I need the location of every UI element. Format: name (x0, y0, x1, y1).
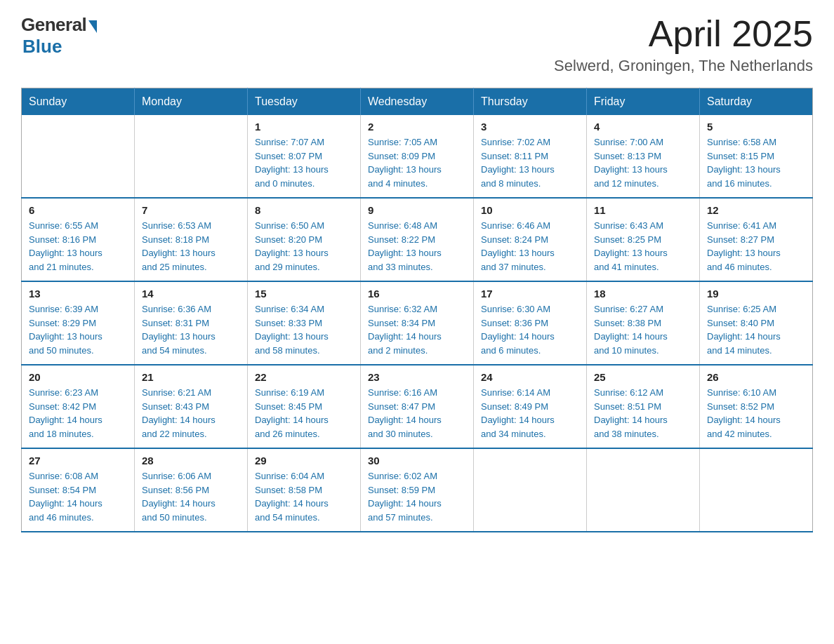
page-header: General Blue April 2025 Selwerd, Groning… (21, 14, 813, 75)
day-number: 10 (481, 204, 579, 216)
calendar-cell: 21Sunrise: 6:21 AM Sunset: 8:43 PM Dayli… (135, 365, 248, 448)
day-number: 15 (255, 288, 353, 300)
day-info: Sunrise: 6:23 AM Sunset: 8:42 PM Dayligh… (29, 386, 127, 441)
day-number: 12 (707, 204, 805, 216)
calendar-cell: 9Sunrise: 6:48 AM Sunset: 8:22 PM Daylig… (361, 198, 474, 281)
logo-arrow-icon (88, 20, 97, 33)
calendar-cell: 13Sunrise: 6:39 AM Sunset: 8:29 PM Dayli… (22, 281, 135, 365)
day-info: Sunrise: 6:14 AM Sunset: 8:49 PM Dayligh… (481, 386, 579, 441)
day-number: 6 (29, 204, 127, 216)
day-number: 28 (142, 455, 240, 467)
calendar-cell: 10Sunrise: 6:46 AM Sunset: 8:24 PM Dayli… (474, 198, 587, 281)
day-info: Sunrise: 6:27 AM Sunset: 8:38 PM Dayligh… (594, 302, 692, 357)
calendar-cell: 6Sunrise: 6:55 AM Sunset: 8:16 PM Daylig… (22, 198, 135, 281)
day-number: 2 (368, 121, 466, 133)
calendar-cell (22, 115, 135, 198)
calendar-cell (700, 448, 813, 532)
calendar-cell: 2Sunrise: 7:05 AM Sunset: 8:09 PM Daylig… (361, 115, 474, 198)
calendar-week-row: 6Sunrise: 6:55 AM Sunset: 8:16 PM Daylig… (22, 198, 813, 281)
day-info: Sunrise: 6:58 AM Sunset: 8:15 PM Dayligh… (707, 135, 805, 190)
day-info: Sunrise: 6:30 AM Sunset: 8:36 PM Dayligh… (481, 302, 579, 357)
calendar-cell: 16Sunrise: 6:32 AM Sunset: 8:34 PM Dayli… (361, 281, 474, 365)
calendar-cell: 23Sunrise: 6:16 AM Sunset: 8:47 PM Dayli… (361, 365, 474, 448)
calendar-cell (474, 448, 587, 532)
calendar-week-row: 13Sunrise: 6:39 AM Sunset: 8:29 PM Dayli… (22, 281, 813, 365)
calendar-cell: 12Sunrise: 6:41 AM Sunset: 8:27 PM Dayli… (700, 198, 813, 281)
day-number: 22 (255, 371, 353, 383)
day-number: 7 (142, 204, 240, 216)
day-number: 26 (707, 371, 805, 383)
day-number: 9 (368, 204, 466, 216)
day-info: Sunrise: 7:07 AM Sunset: 8:07 PM Dayligh… (255, 135, 353, 190)
day-number: 11 (594, 204, 692, 216)
day-info: Sunrise: 6:43 AM Sunset: 8:25 PM Dayligh… (594, 219, 692, 274)
day-number: 19 (707, 288, 805, 300)
day-info: Sunrise: 6:06 AM Sunset: 8:56 PM Dayligh… (142, 469, 240, 524)
day-number: 13 (29, 288, 127, 300)
day-info: Sunrise: 6:21 AM Sunset: 8:43 PM Dayligh… (142, 386, 240, 441)
day-info: Sunrise: 6:39 AM Sunset: 8:29 PM Dayligh… (29, 302, 127, 357)
calendar-cell: 15Sunrise: 6:34 AM Sunset: 8:33 PM Dayli… (248, 281, 361, 365)
weekday-header-thursday: Thursday (474, 88, 587, 116)
weekday-header-sunday: Sunday (22, 88, 135, 116)
day-number: 20 (29, 371, 127, 383)
calendar-cell: 8Sunrise: 6:50 AM Sunset: 8:20 PM Daylig… (248, 198, 361, 281)
day-number: 21 (142, 371, 240, 383)
day-number: 3 (481, 121, 579, 133)
calendar-cell: 3Sunrise: 7:02 AM Sunset: 8:11 PM Daylig… (474, 115, 587, 198)
location-subtitle: Selwerd, Groningen, The Netherlands (554, 57, 813, 75)
title-block: April 2025 Selwerd, Groningen, The Nethe… (554, 14, 813, 75)
calendar-cell: 25Sunrise: 6:12 AM Sunset: 8:51 PM Dayli… (587, 365, 700, 448)
calendar-header: SundayMondayTuesdayWednesdayThursdayFrid… (22, 88, 813, 116)
weekday-header-monday: Monday (135, 88, 248, 116)
day-info: Sunrise: 6:12 AM Sunset: 8:51 PM Dayligh… (594, 386, 692, 441)
day-info: Sunrise: 6:36 AM Sunset: 8:31 PM Dayligh… (142, 302, 240, 357)
calendar-cell: 29Sunrise: 6:04 AM Sunset: 8:58 PM Dayli… (248, 448, 361, 532)
day-info: Sunrise: 6:10 AM Sunset: 8:52 PM Dayligh… (707, 386, 805, 441)
day-number: 24 (481, 371, 579, 383)
calendar-cell: 14Sunrise: 6:36 AM Sunset: 8:31 PM Dayli… (135, 281, 248, 365)
calendar-cell: 30Sunrise: 6:02 AM Sunset: 8:59 PM Dayli… (361, 448, 474, 532)
calendar-cell: 28Sunrise: 6:06 AM Sunset: 8:56 PM Dayli… (135, 448, 248, 532)
logo-blue-text: Blue (22, 36, 62, 58)
day-info: Sunrise: 6:53 AM Sunset: 8:18 PM Dayligh… (142, 219, 240, 274)
day-info: Sunrise: 6:46 AM Sunset: 8:24 PM Dayligh… (481, 219, 579, 274)
logo-general-text: General (21, 14, 86, 36)
calendar-cell: 17Sunrise: 6:30 AM Sunset: 8:36 PM Dayli… (474, 281, 587, 365)
calendar-table: SundayMondayTuesdayWednesdayThursdayFrid… (21, 88, 813, 532)
day-info: Sunrise: 6:48 AM Sunset: 8:22 PM Dayligh… (368, 219, 466, 274)
day-info: Sunrise: 6:25 AM Sunset: 8:40 PM Dayligh… (707, 302, 805, 357)
calendar-cell: 4Sunrise: 7:00 AM Sunset: 8:13 PM Daylig… (587, 115, 700, 198)
day-info: Sunrise: 6:02 AM Sunset: 8:59 PM Dayligh… (368, 469, 466, 524)
month-year-title: April 2025 (554, 14, 813, 54)
weekday-header-saturday: Saturday (700, 88, 813, 116)
day-info: Sunrise: 7:02 AM Sunset: 8:11 PM Dayligh… (481, 135, 579, 190)
day-info: Sunrise: 6:41 AM Sunset: 8:27 PM Dayligh… (707, 219, 805, 274)
calendar-cell: 19Sunrise: 6:25 AM Sunset: 8:40 PM Dayli… (700, 281, 813, 365)
logo: General Blue (21, 14, 97, 58)
weekday-header-tuesday: Tuesday (248, 88, 361, 116)
day-info: Sunrise: 7:05 AM Sunset: 8:09 PM Dayligh… (368, 135, 466, 190)
calendar-cell (135, 115, 248, 198)
day-number: 4 (594, 121, 692, 133)
day-number: 25 (594, 371, 692, 383)
day-number: 8 (255, 204, 353, 216)
calendar-week-row: 27Sunrise: 6:08 AM Sunset: 8:54 PM Dayli… (22, 448, 813, 532)
calendar-cell: 7Sunrise: 6:53 AM Sunset: 8:18 PM Daylig… (135, 198, 248, 281)
calendar-cell: 20Sunrise: 6:23 AM Sunset: 8:42 PM Dayli… (22, 365, 135, 448)
calendar-week-row: 20Sunrise: 6:23 AM Sunset: 8:42 PM Dayli… (22, 365, 813, 448)
weekday-header-friday: Friday (587, 88, 700, 116)
day-info: Sunrise: 6:32 AM Sunset: 8:34 PM Dayligh… (368, 302, 466, 357)
weekday-header-wednesday: Wednesday (361, 88, 474, 116)
calendar-cell: 11Sunrise: 6:43 AM Sunset: 8:25 PM Dayli… (587, 198, 700, 281)
day-info: Sunrise: 6:08 AM Sunset: 8:54 PM Dayligh… (29, 469, 127, 524)
calendar-cell: 5Sunrise: 6:58 AM Sunset: 8:15 PM Daylig… (700, 115, 813, 198)
day-number: 5 (707, 121, 805, 133)
day-number: 17 (481, 288, 579, 300)
day-number: 30 (368, 455, 466, 467)
calendar-week-row: 1Sunrise: 7:07 AM Sunset: 8:07 PM Daylig… (22, 115, 813, 198)
day-number: 23 (368, 371, 466, 383)
day-number: 18 (594, 288, 692, 300)
day-info: Sunrise: 6:34 AM Sunset: 8:33 PM Dayligh… (255, 302, 353, 357)
day-number: 27 (29, 455, 127, 467)
